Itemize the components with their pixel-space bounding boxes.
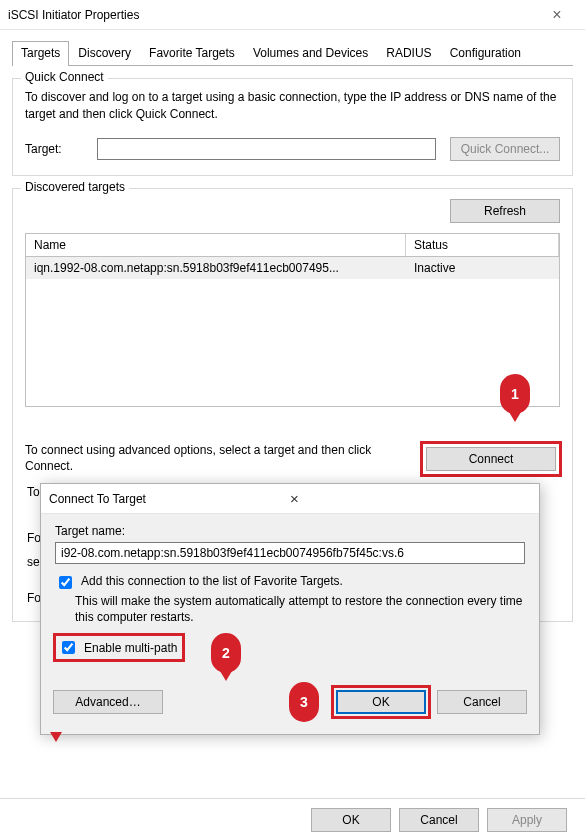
connect-help: To connect using advanced options, selec… xyxy=(25,443,412,474)
cancel-button[interactable]: Cancel xyxy=(437,690,527,714)
enable-multipath-highlight: Enable multi-path xyxy=(55,635,183,660)
table-row[interactable]: iqn.1992-08.com.netapp:sn.5918b03f9ef411… xyxy=(26,257,559,279)
quick-connect-legend: Quick Connect xyxy=(21,70,108,84)
target-name-input[interactable] xyxy=(55,542,525,564)
tab-radius[interactable]: RADIUS xyxy=(377,41,440,66)
column-name[interactable]: Name xyxy=(26,234,406,256)
favorite-targets-hint: This will make the system automatically … xyxy=(75,593,525,625)
main-cancel-button[interactable]: Cancel xyxy=(399,808,479,832)
column-status[interactable]: Status xyxy=(406,234,559,256)
dialog-footer: OK Cancel Apply xyxy=(0,798,585,840)
quick-connect-button: Quick Connect... xyxy=(450,137,560,161)
tab-targets[interactable]: Targets xyxy=(12,41,69,66)
target-input[interactable] xyxy=(97,138,436,160)
dialog-title-bar: Connect To Target × xyxy=(41,484,539,514)
favorite-targets-checkbox[interactable] xyxy=(59,576,72,589)
enable-multipath-label: Enable multi-path xyxy=(84,641,177,655)
advanced-button[interactable]: Advanced… xyxy=(53,690,163,714)
title-bar: iSCSI Initiator Properties × xyxy=(0,0,585,30)
callout-marker-3: 3 xyxy=(289,682,319,722)
cell-target-name: iqn.1992-08.com.netapp:sn.5918b03f9ef411… xyxy=(26,257,406,279)
discovered-legend: Discovered targets xyxy=(21,180,129,194)
cell-target-status: Inactive xyxy=(406,257,559,279)
close-icon[interactable]: × xyxy=(537,6,577,24)
close-icon[interactable]: × xyxy=(290,490,531,507)
target-label: Target: xyxy=(25,142,83,156)
targets-table-header: Name Status xyxy=(25,233,560,257)
tab-strip: Targets Discovery Favorite Targets Volum… xyxy=(0,30,585,65)
tab-favorite-targets[interactable]: Favorite Targets xyxy=(140,41,244,66)
quick-connect-hint: To discover and log on to a target using… xyxy=(25,89,560,123)
favorite-targets-label: Add this connection to the list of Favor… xyxy=(81,574,343,588)
connect-to-target-dialog: Connect To Target × Target name: Add thi… xyxy=(40,483,540,735)
refresh-button[interactable]: Refresh xyxy=(450,199,560,223)
dialog-title: Connect To Target xyxy=(49,492,290,506)
callout-marker-2: 2 xyxy=(211,633,241,673)
enable-multipath-checkbox[interactable] xyxy=(62,641,75,654)
tab-volumes-devices[interactable]: Volumes and Devices xyxy=(244,41,377,66)
window-title: iSCSI Initiator Properties xyxy=(8,8,537,22)
ok-button[interactable]: OK xyxy=(336,690,426,714)
connect-highlight: Connect xyxy=(422,443,560,475)
tab-configuration[interactable]: Configuration xyxy=(441,41,530,66)
targets-table-body[interactable]: iqn.1992-08.com.netapp:sn.5918b03f9ef411… xyxy=(25,257,560,407)
target-name-label: Target name: xyxy=(55,524,525,538)
ok-highlight: OK xyxy=(333,687,429,717)
main-ok-button[interactable]: OK xyxy=(311,808,391,832)
connect-button[interactable]: Connect xyxy=(426,447,556,471)
quick-connect-group: Quick Connect To discover and log on to … xyxy=(12,78,573,176)
tab-discovery[interactable]: Discovery xyxy=(69,41,140,66)
callout-marker-1: 1 xyxy=(500,374,530,414)
main-apply-button: Apply xyxy=(487,808,567,832)
